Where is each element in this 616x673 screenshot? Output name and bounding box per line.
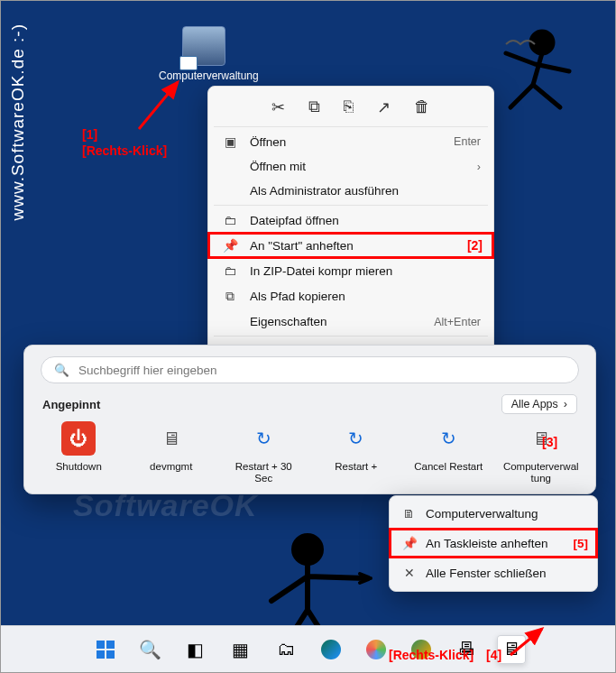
tile-icon: ⏻ <box>61 421 96 456</box>
watermark-left: www.SoftwareOK.de :-) <box>8 23 28 220</box>
app-icon <box>366 640 386 659</box>
taskbar-icon: 🖥 <box>502 639 520 659</box>
taskview-button[interactable]: ◧ <box>181 635 210 664</box>
taskbar-icon: ◧ <box>187 639 204 660</box>
pinned-tile[interactable]: ⏻Shutdown <box>41 421 117 484</box>
menu-item[interactable]: 🗀In ZIP-Datei kompr mieren <box>208 258 493 283</box>
menu-item-label: Öffnen mit <box>250 160 477 173</box>
pinned-tiles: ⏻Shutdown🖥devmgmt↻Restart + 30 Sec↻Resta… <box>41 421 579 484</box>
menu-item-icon: 🗀 <box>221 213 239 227</box>
start-menu-panel: 🔍 Suchbegriff hier eingeben Angepinnt Al… <box>23 345 596 494</box>
computer-icon <box>182 26 225 66</box>
menu-item-hint: Alt+Enter <box>434 316 481 328</box>
widgets-button[interactable]: ▦ <box>226 635 255 664</box>
menu-item[interactable]: 🗀Dateipfad öffnen <box>208 207 493 233</box>
tile-icon: ↻ <box>431 421 465 456</box>
app-button-1[interactable] <box>407 635 436 664</box>
jump-menu-item[interactable]: ✕Alle Fenster schließen <box>390 558 597 587</box>
rename-icon[interactable]: ⎘ <box>344 97 354 117</box>
tile-icon: ↻ <box>246 421 280 456</box>
tile-label: Cancel Restart <box>410 461 487 473</box>
tile-label: Restart + <box>318 461 395 473</box>
menu-item-icon: 🗀 <box>221 263 239 278</box>
pinned-tile[interactable]: 🖥Computerverwal tung <box>503 421 580 484</box>
explorer-button[interactable]: 🗂 <box>271 635 300 664</box>
menu-item-label: An "Start" anheften <box>250 239 481 253</box>
menu-item-icon: ▣ <box>221 134 239 149</box>
jump-item-label: Computerverwaltung <box>426 507 538 521</box>
menu-item[interactable]: ▣ÖffnenEnter <box>208 129 493 154</box>
taskbar-jump-menu: 🗎Computerverwaltung📌An Taskleiste anheft… <box>389 495 598 592</box>
app-button-2[interactable]: 🖶 <box>452 635 481 664</box>
compmgmt-button[interactable]: 🖥 <box>497 635 526 664</box>
jump-item-label: Alle Fenster schließen <box>426 567 547 580</box>
menu-item[interactable]: EigenschaftenAlt+Enter <box>208 309 493 334</box>
tile-icon: 🖥 <box>524 421 558 456</box>
jump-menu-item[interactable]: 📌An Taskleiste anheften[5] <box>390 529 597 558</box>
windows-icon <box>97 641 115 659</box>
taskbar: 🔍◧▦🗂🖶🖥 <box>1 625 615 672</box>
jump-menu-item[interactable]: 🗎Computerverwaltung <box>390 500 597 528</box>
taskbar-icon: 🗂 <box>277 639 295 659</box>
menu-item-label: In ZIP-Datei kompr mieren <box>250 264 481 278</box>
jump-item-icon: 📌 <box>402 536 417 550</box>
taskbar-icon: 🖶 <box>457 639 475 659</box>
svg-point-1 <box>294 536 321 563</box>
taskbar-icon: ▦ <box>232 639 249 660</box>
search-button[interactable]: 🔍 <box>136 635 165 664</box>
app-icon <box>411 640 431 659</box>
jump-item-label: An Taskleiste anheften <box>426 537 548 550</box>
app-icon <box>321 640 341 659</box>
svg-point-0 <box>531 32 553 53</box>
copy-icon[interactable]: ⧉ <box>308 97 320 117</box>
annotation-1: [1] [Rechts-Klick] <box>82 127 167 159</box>
menu-item-hint: Enter <box>454 135 481 148</box>
tile-icon: ↻ <box>339 421 373 456</box>
menu-item-label: Öffnen <box>250 135 454 149</box>
menu-item-label: Dateipfad öffnen <box>250 214 481 227</box>
menu-item-label: Eigenschaften <box>250 315 434 328</box>
menu-item[interactable]: Als Administrator ausführen <box>208 179 493 203</box>
pinned-tile[interactable]: ↻Cancel Restart <box>410 421 487 484</box>
share-icon[interactable]: ↗ <box>377 97 391 117</box>
all-apps-button[interactable]: Alle Apps› <box>501 394 577 414</box>
taskbar-icon: 🔍 <box>139 639 161 660</box>
menu-item-icon: ⧉ <box>221 289 239 304</box>
start-search-placeholder: Suchbegriff hier eingeben <box>78 364 217 377</box>
start-search-input[interactable]: 🔍 Suchbegriff hier eingeben <box>41 356 579 383</box>
desktop-shortcut-compmgmt[interactable]: Computerverwaltung <box>159 26 249 82</box>
tile-icon: 🖥 <box>154 421 188 456</box>
cut-icon[interactable]: ✂ <box>271 97 285 117</box>
pinned-heading: Angepinnt <box>42 398 100 411</box>
pinned-tile[interactable]: ↻Restart + <box>318 421 395 484</box>
pinned-tile[interactable]: 🖥devmgmt <box>133 421 210 484</box>
menu-item-hint: › <box>477 161 481 173</box>
context-toolbar: ✂ ⧉ ⎘ ↗ 🗑 <box>208 92 493 124</box>
search-icon: 🔍 <box>54 363 69 377</box>
menu-item[interactable]: ⧉Als Pfad kopieren <box>208 283 493 309</box>
tile-label: Computerverwal tung <box>503 461 580 484</box>
jump-item-icon: 🗎 <box>402 507 417 521</box>
jump-item-icon: ✕ <box>402 566 417 580</box>
arrow-1 <box>134 75 188 134</box>
pinned-tile[interactable]: ↻Restart + 30 Sec <box>225 421 302 484</box>
tile-label: Shutdown <box>41 461 117 473</box>
tile-label: devmgmt <box>133 461 210 473</box>
chevron-right-icon: › <box>564 398 567 410</box>
paint-button[interactable] <box>362 635 391 664</box>
menu-item[interactable]: Öffnen mit› <box>208 154 493 179</box>
annotation-2: [2] <box>467 238 483 253</box>
menu-item-icon: 📌 <box>221 238 239 253</box>
annotation-5: [5] <box>574 537 589 550</box>
menu-item[interactable]: 📌An "Start" anheften[2] <box>208 233 493 258</box>
context-menu: ✂ ⧉ ⎘ ↗ 🗑 ▣ÖffnenEnterÖffnen mit›Als Adm… <box>207 86 494 370</box>
menu-item-label: Als Administrator ausführen <box>250 184 481 198</box>
start-button[interactable] <box>91 635 120 664</box>
edge-button[interactable] <box>317 635 345 664</box>
delete-icon[interactable]: 🗑 <box>414 97 430 117</box>
desktop-shortcut-label: Computerverwaltung <box>159 69 249 82</box>
tile-label: Restart + 30 Sec <box>225 461 302 484</box>
menu-item-label: Als Pfad kopieren <box>250 290 481 303</box>
